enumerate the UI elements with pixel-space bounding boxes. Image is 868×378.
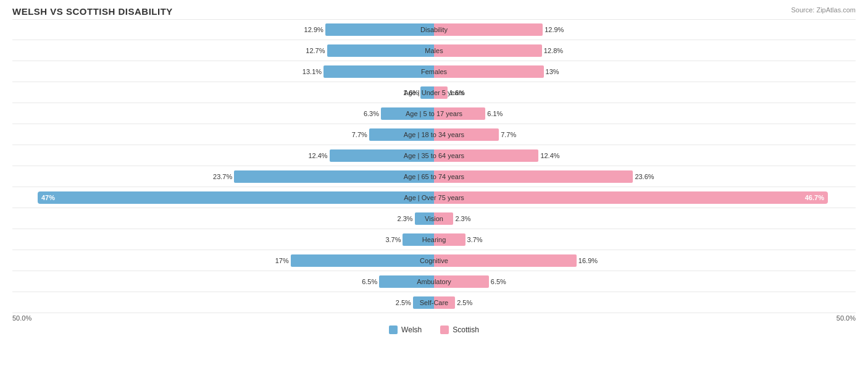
- bar-row: 12.9% Disability 12.9%: [12, 19, 856, 40]
- left-section: 7.7%: [12, 124, 434, 145]
- left-section: 12.4%: [12, 145, 434, 166]
- bar-row: 6.5% Ambulatory 6.5%: [12, 271, 856, 292]
- left-section: 1.6%: [12, 82, 434, 103]
- right-section: 3.7%: [434, 229, 856, 250]
- scottish-bar: 16.9%: [434, 254, 577, 267]
- left-section: 12.9%: [12, 20, 434, 40]
- bar-row: 23.7% Age | 65 to 74 years 23.6%: [12, 166, 856, 187]
- scottish-value: 6.5%: [491, 278, 506, 285]
- right-section: 12.9%: [434, 20, 856, 40]
- scottish-bar: 2.3%: [434, 212, 453, 225]
- scottish-value: 2.3%: [455, 215, 470, 222]
- welsh-value: 2.5%: [396, 299, 411, 306]
- welsh-bar: 13.1%: [323, 65, 434, 78]
- welsh-value: 12.7%: [306, 47, 325, 54]
- left-section: 2.5%: [12, 292, 434, 313]
- welsh-bar: 6.5%: [379, 275, 434, 288]
- legend-welsh: Welsh: [389, 326, 422, 334]
- scottish-value: 12.8%: [544, 47, 563, 54]
- welsh-bar: 17%: [291, 254, 434, 267]
- welsh-value: 1.6%: [403, 89, 419, 96]
- scottish-value: 12.4%: [540, 152, 559, 159]
- welsh-bar: 6.3%: [381, 107, 434, 120]
- right-section: 2.3%: [434, 208, 856, 229]
- right-section: 23.6%: [434, 166, 856, 187]
- left-section: 13.1%: [12, 61, 434, 82]
- welsh-value: 3.7%: [385, 236, 401, 243]
- scottish-value: 23.6%: [635, 173, 654, 180]
- right-section: 12.4%: [434, 145, 856, 166]
- left-section: 3.7%: [12, 229, 434, 250]
- welsh-value: 13.1%: [303, 68, 322, 75]
- axis-right: 50.0%: [837, 314, 856, 322]
- bar-row: 2.5% Self-Care 2.5%: [12, 292, 856, 313]
- axis-left: 50.0%: [12, 314, 31, 322]
- scottish-value: 7.7%: [501, 131, 516, 138]
- bar-row: 6.3% Age | 5 to 17 years 6.1%: [12, 103, 856, 124]
- welsh-value: 23.7%: [213, 173, 232, 180]
- rows-wrapper: 12.9% Disability 12.9% 12.7% Males 12.8%: [12, 19, 856, 313]
- scottish-legend-box: [440, 326, 449, 334]
- scottish-bar: 1.6%: [434, 86, 448, 99]
- scottish-bar: 6.1%: [434, 107, 485, 120]
- scottish-bar: 2.5%: [434, 296, 455, 309]
- left-section: 6.5%: [12, 271, 434, 292]
- chart-container: WELSH VS SCOTTISH DISABILITY Source: Zip…: [0, 0, 868, 378]
- scottish-bar: 6.5%: [434, 275, 489, 288]
- welsh-value: 17%: [275, 257, 289, 264]
- chart-title: WELSH VS SCOTTISH DISABILITY: [12, 6, 856, 17]
- scottish-value: 13%: [546, 68, 559, 75]
- left-section: 12.7%: [12, 40, 434, 61]
- bar-row: 13.1% Females 13%: [12, 61, 856, 82]
- welsh-value: 6.5%: [362, 278, 377, 285]
- right-section: 6.5%: [434, 271, 856, 292]
- right-section: 2.5%: [434, 292, 856, 313]
- right-section: 6.1%: [434, 103, 856, 124]
- welsh-legend-label: Welsh: [401, 326, 422, 334]
- bar-row: 12.7% Males 12.8%: [12, 40, 856, 61]
- welsh-bar: 7.7%: [369, 128, 434, 141]
- scottish-value: 12.9%: [545, 26, 564, 33]
- welsh-value: 47%: [41, 194, 55, 201]
- scottish-bar: 23.6%: [434, 170, 633, 183]
- welsh-legend-box: [389, 326, 398, 334]
- scottish-value: 2.5%: [457, 299, 472, 306]
- source-text: Source: ZipAtlas.com: [791, 6, 856, 14]
- bar-row: 17% Cognitive 16.9%: [12, 250, 856, 271]
- scottish-bar: 12.9%: [434, 23, 543, 36]
- scottish-value: 16.9%: [578, 257, 598, 264]
- scottish-bar: 12.4%: [434, 149, 538, 162]
- legend-scottish: Scottish: [440, 326, 479, 334]
- welsh-bar: 47%: [38, 191, 434, 204]
- right-section: 1.6%: [434, 82, 856, 103]
- axis-labels: 50.0% 50.0%: [12, 314, 856, 322]
- welsh-bar: 12.4%: [330, 149, 434, 162]
- welsh-bar: 1.6%: [420, 86, 434, 99]
- legend: Welsh Scottish: [12, 326, 856, 334]
- scottish-bar: 46.7%: [434, 191, 828, 204]
- scottish-bar: 12.8%: [434, 44, 542, 57]
- bar-row: 47% Age | Over 75 years 46.7%: [12, 187, 856, 208]
- welsh-value: 12.9%: [304, 26, 323, 33]
- scottish-value: 6.1%: [487, 110, 503, 117]
- welsh-bar: 12.7%: [327, 44, 434, 57]
- right-section: 16.9%: [434, 250, 856, 271]
- bar-row: 1.6% Age | Under 5 years 1.6%: [12, 82, 856, 103]
- bar-row: 7.7% Age | 18 to 34 years 7.7%: [12, 124, 856, 145]
- bar-row: 12.4% Age | 35 to 64 years 12.4%: [12, 145, 856, 166]
- welsh-bar: 2.3%: [415, 212, 434, 225]
- welsh-value: 2.3%: [398, 215, 413, 222]
- scottish-value: 1.6%: [449, 89, 465, 96]
- welsh-value: 12.4%: [308, 152, 327, 159]
- welsh-value: 6.3%: [364, 110, 379, 117]
- left-section: 47%: [12, 187, 434, 208]
- left-section: 17%: [12, 250, 434, 271]
- scottish-value: 3.7%: [467, 236, 483, 243]
- left-section: 2.3%: [12, 208, 434, 229]
- scottish-bar: 13%: [434, 65, 544, 78]
- welsh-bar: 2.5%: [413, 296, 434, 309]
- chart-area: 12.9% Disability 12.9% 12.7% Males 12.8%: [12, 19, 856, 335]
- bar-row: 3.7% Hearing 3.7%: [12, 229, 856, 250]
- scottish-bar: 3.7%: [434, 233, 465, 246]
- right-section: 46.7%: [434, 187, 856, 208]
